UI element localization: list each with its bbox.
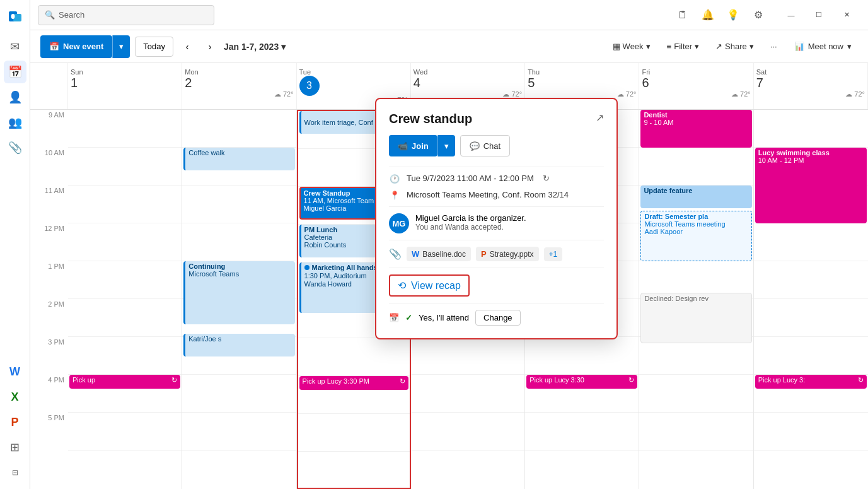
- day-sun: Pick up ↻: [68, 110, 182, 489]
- share-icon: ↗: [715, 42, 722, 51]
- recur-icon5: ↻: [858, 376, 864, 384]
- header-sat: Sat 7 ☁ 72°: [754, 63, 868, 109]
- popup-attachments-row: 📎 W Baseline.doc P Strategy.pptx +1: [389, 247, 604, 261]
- week-chevron: ▾: [646, 42, 651, 51]
- organizer-avatar: MG: [389, 213, 409, 233]
- attend-label: Yes, I'll attend: [419, 313, 469, 322]
- popup-expand-button[interactable]: ↗: [596, 112, 604, 124]
- time-10am: 10 AM: [30, 148, 68, 186]
- next-week-button[interactable]: ›: [201, 38, 219, 56]
- meet-now-chevron: ▾: [847, 42, 852, 51]
- toolbar-right: ▦ Week ▾ ≡ Filter ▾ ↗ Share ▾ ··· 📊 Meet…: [607, 38, 858, 54]
- attachment-strategy[interactable]: P Strategy.pptx: [476, 247, 539, 261]
- attachment-more[interactable]: +1: [544, 247, 563, 261]
- event-popup[interactable]: Crew standup ↗ 📹 Join ▾ 💬 Chat 🕐 Tue 9/7…: [375, 98, 618, 339]
- minimize-button[interactable]: —: [777, 5, 805, 25]
- event-fri-draft[interactable]: Draft: Semester pla Microsoft Teams meee…: [640, 211, 751, 261]
- calendar-icon[interactable]: 📅: [4, 61, 26, 83]
- popup-divider5: [389, 303, 604, 303]
- maximize-button[interactable]: ☐: [805, 5, 833, 25]
- word-icon[interactable]: W: [4, 360, 26, 383]
- sticker-icon[interactable]: 🗒: [674, 6, 692, 24]
- day-fri: Dentist 9 - 10 AM Update feature Draft: …: [639, 110, 753, 489]
- popup-datetime: Tue 9/7/2023 11:00 AM - 12:00 PM: [407, 174, 534, 183]
- time-4pm: 4 PM: [30, 375, 68, 413]
- popup-title: Crew standup: [389, 112, 472, 126]
- date-range[interactable]: Jan 1-7, 2023 ▾: [224, 42, 286, 52]
- topbar-actions: 🗒 🔔 💡 ⚙: [674, 6, 767, 24]
- day-mon: Coffee walk Continuing Microsoft Teams K…: [182, 110, 296, 489]
- event-tue-pickup[interactable]: Pick up Lucy 3:30 PM ↻: [299, 376, 408, 390]
- popup-attend-row: 📅 ✓ Yes, I'll attend Change: [389, 310, 604, 326]
- lightbulb-icon[interactable]: 💡: [724, 6, 742, 24]
- date-range-chevron: ▾: [281, 42, 286, 52]
- view-recap-button[interactable]: ⟲ View recap: [389, 274, 470, 297]
- event-sat-lucy[interactable]: Lucy swimming class 10 AM - 12 PM: [755, 148, 867, 223]
- change-button[interactable]: Change: [475, 310, 521, 326]
- time-2pm: 2 PM: [30, 299, 68, 337]
- recap-icon: ⟲: [398, 280, 406, 292]
- popup-chat-button[interactable]: 💬 Chat: [460, 135, 510, 156]
- settings-icon[interactable]: ⚙: [749, 6, 767, 24]
- time-labels: 9 AM 10 AM 11 AM 12 PM 1 PM 2 PM 3 PM 4 …: [30, 110, 68, 489]
- event-mon-coffee[interactable]: Coffee walk: [183, 148, 294, 170]
- search-box[interactable]: 🔍 Search: [38, 5, 214, 25]
- expand-sidebar-icon[interactable]: ⊟: [4, 461, 26, 484]
- tasks-icon[interactable]: 📎: [4, 136, 26, 159]
- header-sun: Sun 1: [68, 63, 182, 109]
- attachment-baseline[interactable]: W Baseline.doc: [407, 247, 471, 261]
- event-mon-katri[interactable]: Katri/Joe s: [183, 334, 294, 356]
- people-icon[interactable]: 👤: [4, 86, 26, 109]
- topbar: 🔍 Search 🗒 🔔 💡 ⚙ — ☐ ✕: [30, 0, 868, 30]
- meet-now-button[interactable]: 📊 Meet now ▾: [788, 39, 858, 54]
- header-mon: Mon 2 ☁ 72°: [182, 63, 296, 109]
- event-thu-pickup[interactable]: Pick up Lucy 3:30 ↻: [526, 375, 637, 389]
- organizer-info: Miguel Garcia is the organizer. You and …: [415, 213, 526, 232]
- header-fri: Fri 6 ☁ 72°: [639, 63, 753, 109]
- calendar-toolbar: 📅 New event ▾ Today ‹ › Jan 1-7, 2023 ▾ …: [30, 30, 868, 63]
- popup-join-button[interactable]: 📹 Join: [389, 135, 437, 156]
- new-event-dropdown-button[interactable]: ▾: [112, 35, 130, 58]
- popup-location-row: 📍 Microsoft Teams Meeting, Conf. Room 32…: [389, 190, 604, 200]
- ppt-icon: P: [481, 249, 487, 259]
- event-mon-continuing[interactable]: Continuing Microsoft Teams: [183, 261, 294, 324]
- time-1pm: 1 PM: [30, 261, 68, 299]
- attend-check: ✓: [405, 313, 412, 322]
- contacts-icon[interactable]: 👥: [4, 111, 26, 134]
- outlook-logo[interactable]: [4, 5, 26, 28]
- day-sat: Lucy swimming class 10 AM - 12 PM Pick u…: [754, 110, 868, 489]
- video-icon: 📹: [398, 141, 408, 151]
- share-button[interactable]: ↗ Share ▾: [710, 38, 760, 54]
- popup-header: Crew standup ↗: [389, 112, 604, 126]
- week-view-button[interactable]: ▦ Week ▾: [607, 38, 656, 54]
- popup-actions: 📹 Join ▾ 💬 Chat: [389, 135, 604, 156]
- new-event-button[interactable]: 📅 New event: [40, 35, 112, 58]
- sidebar: ✉ 📅 👤 👥 📎 W X P ⊞ ⊟: [0, 0, 30, 489]
- today-button[interactable]: Today: [135, 37, 173, 57]
- event-fri-dentist[interactable]: Dentist 9 - 10 AM: [640, 110, 751, 148]
- more-button[interactable]: ···: [765, 38, 783, 54]
- popup-divider2: [389, 206, 604, 207]
- meet-now-icon: 📊: [794, 42, 804, 51]
- powerpoint-icon[interactable]: P: [4, 411, 26, 433]
- close-button[interactable]: ✕: [833, 5, 860, 25]
- week-icon: ▦: [613, 42, 620, 51]
- popup-join-dropdown[interactable]: ▾: [437, 135, 455, 156]
- filter-button[interactable]: ≡ Filter ▾: [661, 38, 705, 54]
- clock-icon: 🕐: [389, 174, 400, 184]
- event-fri-update[interactable]: Update feature: [640, 186, 751, 208]
- filter-chevron: ▾: [695, 42, 699, 51]
- apps-icon[interactable]: ⊞: [4, 436, 26, 459]
- notification-icon[interactable]: 🔔: [699, 6, 717, 24]
- location-icon: 📍: [389, 191, 400, 200]
- popup-datetime-row: 🕐 Tue 9/7/2023 11:00 AM - 12:00 PM ↻: [389, 174, 604, 184]
- event-fri-declined[interactable]: Declined: Design rev: [640, 293, 751, 343]
- event-sun-pickup[interactable]: Pick up ↻: [69, 375, 180, 389]
- prev-week-button[interactable]: ‹: [178, 38, 196, 56]
- excel-icon[interactable]: X: [4, 386, 26, 408]
- filter-icon: ≡: [667, 42, 672, 51]
- mail-icon[interactable]: ✉: [4, 35, 26, 58]
- event-sat-pickup[interactable]: Pick up Lucy 3: ↻: [755, 375, 867, 389]
- time-9am: 9 AM: [30, 110, 68, 148]
- recur-icon6: ↻: [543, 174, 550, 183]
